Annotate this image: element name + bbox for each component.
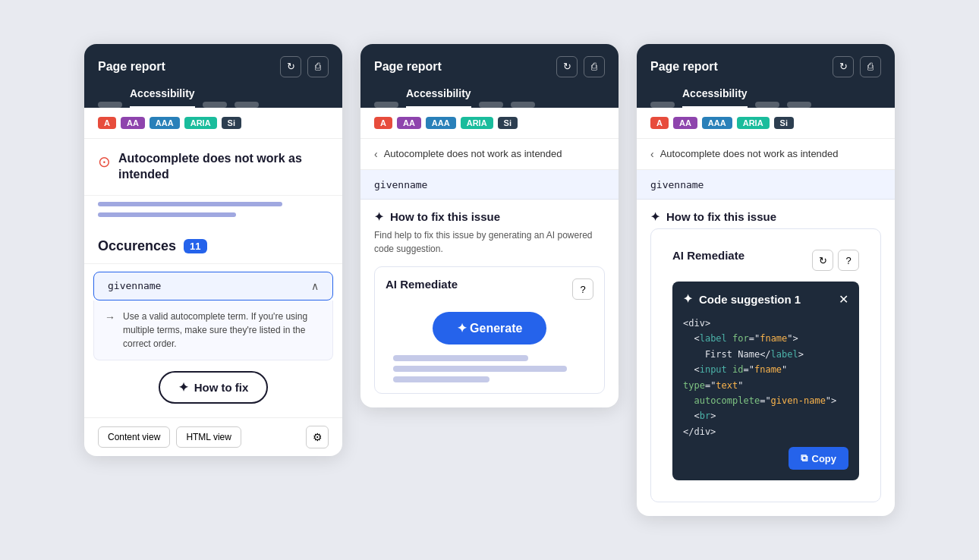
panel-1-occurrence-count: 11: [184, 239, 206, 253]
panel-3-refresh-btn[interactable]: ↻: [812, 250, 833, 271]
panel-3-filter-row: A AA AAA ARIA Si: [637, 108, 895, 139]
panel-3-badge-aaa[interactable]: AAA: [702, 117, 732, 129]
panel-3-close-btn[interactable]: ✕: [839, 292, 848, 307]
panel-3-back-row[interactable]: ‹ Autocomplete does not work as intended: [637, 139, 895, 170]
panel-3-header-icons: ↻ ⎙: [833, 56, 881, 77]
panel-2-back-row[interactable]: ‹ Autocomplete does not work as intended: [360, 139, 619, 170]
panel-3-title-row: Page report ↻ ⎙: [650, 56, 881, 77]
panel-2-ai-help-btn[interactable]: ?: [572, 278, 593, 300]
panel-3-code-block: <div> <label for="fname"> First Name</la…: [683, 316, 848, 439]
panel-2-code-item-row: givenname: [360, 170, 619, 200]
panel-3-badge-a[interactable]: A: [650, 117, 669, 129]
panel-3-code-item-text: givenname: [650, 179, 704, 190]
panel-2-tabs-nav: Accessibility: [374, 87, 605, 108]
panel-2-code-item-text: givenname: [374, 179, 427, 190]
panel-3-refresh-btn[interactable]: ↻: [833, 56, 854, 77]
panel-1-title-row: Page report ↻ ⎙: [98, 56, 329, 77]
panel-2-tab-active[interactable]: Accessibility: [406, 87, 471, 108]
panel-1-bar-long: [98, 202, 282, 206]
panel-1-content-view-btn[interactable]: Content view: [98, 426, 170, 448]
panel-2-badge-aa[interactable]: AA: [397, 117, 421, 129]
panel-1-sparkle-icon: ✦: [178, 380, 188, 395]
code-line-3: First Name</label>: [683, 347, 848, 362]
panel-1-badge-aria[interactable]: ARIA: [184, 117, 217, 129]
code-line-4: <input id="fname" type="text": [683, 362, 848, 393]
panel-2-share-btn[interactable]: ⎙: [584, 56, 605, 77]
panels-container: Page report ↻ ⎙ Accessibility A AA AAA A…: [84, 44, 895, 516]
panel-3-share-btn[interactable]: ⎙: [860, 56, 881, 77]
panel-2-title: Page report: [374, 60, 442, 74]
panel-1-list-item[interactable]: givenname ∧: [93, 272, 333, 300]
panel-1-occurrences-row: Occurences 11: [84, 229, 342, 264]
panel-1-settings-icon: ⚙: [313, 431, 323, 443]
panel-3-badge-aria[interactable]: ARIA: [737, 117, 770, 129]
panel-1-how-to-fix-btn[interactable]: ✦ How to fix: [159, 371, 269, 404]
panel-1-view-btns: Content view HTML view: [98, 426, 241, 448]
panel-2-badge-aria[interactable]: ARIA: [461, 117, 493, 129]
panel-1-badge-si[interactable]: Si: [222, 117, 241, 129]
panel-3-back-icon: ‹: [650, 148, 654, 160]
panel-1-tab-active-label: Accessibility: [130, 87, 195, 99]
code-line-5: autocomplete="given-name">: [683, 393, 848, 408]
panel-3-tab-pill-3: [787, 102, 811, 108]
panel-1-arrow-icon: →: [105, 311, 115, 323]
panel-1-settings-btn[interactable]: ⚙: [306, 426, 329, 448]
panel-1-issue-title: Autocomplete does not work as intended: [118, 151, 329, 183]
panel-1-bottom-actions: Content view HTML view ⚙: [84, 417, 342, 456]
panel-1-filter-row: A AA AAA ARIA Si: [84, 108, 342, 139]
panel-2-tab-pill-1: [374, 102, 398, 108]
code-line-6: <br>: [683, 408, 848, 423]
panel-1-occurrences-label: Occurences: [98, 238, 176, 254]
panel-3-sparkle-icon: ✦: [650, 210, 660, 224]
panel-3-ai-remediate-title: AI Remediate: [672, 249, 744, 262]
panel-2-loading-bars: [386, 355, 593, 382]
panel-1-badge-aa[interactable]: AA: [121, 117, 145, 129]
panel-3-title: Page report: [650, 60, 718, 74]
panel-1-tab-active[interactable]: Accessibility: [130, 87, 195, 108]
panel-1-how-to-fix-label: How to fix: [194, 381, 249, 394]
panel-1-chevron-up-icon: ∧: [311, 280, 319, 292]
panel-2-badge-aaa[interactable]: AAA: [426, 117, 456, 129]
code-line-1: <div>: [683, 316, 848, 331]
panel-3-copy-icon: ⧉: [801, 452, 807, 464]
panel-3-badge-aa[interactable]: AA: [673, 117, 697, 129]
panel-2-tab-pill-3: [511, 102, 535, 108]
panel-1-header-icons: ↻ ⎙: [280, 56, 329, 77]
panel-3-tabs-nav: Accessibility: [650, 87, 881, 108]
panel-1-description-box: → Use a valid autocomplete term. If you'…: [93, 300, 333, 360]
panel-3-tab-active-label: Accessibility: [682, 87, 748, 99]
panel-1-title: Page report: [98, 60, 165, 74]
panel-1-share-btn[interactable]: ⎙: [307, 56, 329, 77]
panel-3-code-suggestion-label: Code suggestion 1: [699, 293, 801, 306]
panel-1-badge-a[interactable]: A: [98, 117, 116, 129]
panel-2-badge-a[interactable]: A: [374, 117, 392, 129]
panel-2-header: Page report ↻ ⎙ Accessibility: [360, 44, 619, 108]
panel-2-refresh-btn[interactable]: ↻: [556, 56, 578, 77]
panel-3-copy-btn[interactable]: ⧉ Copy: [789, 447, 849, 470]
panel-3-help-btn[interactable]: ?: [838, 250, 859, 271]
panel-1-description-text: Use a valid autocomplete term. If you're…: [123, 310, 322, 351]
panel-1-tab-pill-2: [203, 102, 227, 108]
panel-2-tab-pill-2: [479, 102, 503, 108]
panel-3-tab-active[interactable]: Accessibility: [682, 87, 748, 108]
panel-2-fix-title: ✦ How to fix this issue: [374, 210, 605, 224]
panel-1-issue-header: ⊙ Autocomplete does not work as intended: [84, 139, 342, 196]
panel-3-code-suggestion-title: ✦ Code suggestion 1: [683, 292, 801, 306]
panel-2-fix-description: Find help to fix this issue by generatin…: [374, 228, 605, 256]
panel-3-fix-title-text: How to fix this issue: [666, 210, 776, 223]
panel-3-code-suggestion-card: ✦ Code suggestion 1 ✕ <div> <label for="…: [672, 282, 859, 480]
panel-2-badge-si[interactable]: Si: [498, 117, 518, 129]
panel-1-html-view-btn[interactable]: HTML view: [176, 426, 241, 448]
panel-2-fix-section: ✦ How to fix this issue Find help to fix…: [360, 200, 619, 256]
panel-2-generate-btn[interactable]: ✦ Generate: [433, 312, 547, 344]
panel-3-badge-si[interactable]: Si: [774, 117, 794, 129]
panel-2-fix-title-text: How to fix this issue: [390, 210, 500, 223]
panel-3-code-item-row: givenname: [637, 170, 895, 200]
panel-2-sparkle-icon: ✦: [374, 210, 384, 224]
panel-1-refresh-btn[interactable]: ↻: [280, 56, 301, 77]
panel-2-loading-bar-3: [393, 376, 490, 382]
panel-3-fix-title: ✦ How to fix this issue: [650, 210, 881, 224]
panel-3-ai-remediate-card: AI Remediate ↻ ? ✦ Code suggestion 1: [650, 228, 881, 502]
panel-2: Page report ↻ ⎙ Accessibility A AA AAA A…: [360, 44, 619, 407]
panel-1-badge-aaa[interactable]: AAA: [150, 117, 180, 129]
